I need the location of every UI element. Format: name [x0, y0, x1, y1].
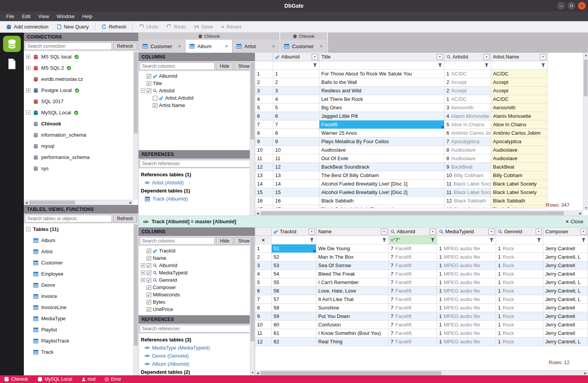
connection-item-evrdb-metrostav-cz[interactable]: evrdb.metrostav.cz	[24, 74, 133, 85]
column-checkbox[interactable]: ✓	[147, 256, 151, 261]
column-checkbox[interactable]: ✓	[147, 249, 151, 253]
cell-albumid[interactable]: 14	[273, 180, 319, 188]
connection-item-sql-2017[interactable]: SQL 2017	[24, 96, 133, 107]
cell-trackid[interactable]: 61	[272, 329, 316, 338]
cell-mediatypeid[interactable]: 1MPEG audio file	[437, 253, 496, 261]
maximize-button[interactable]	[568, 2, 575, 10]
cell-albumid[interactable]: 10	[273, 146, 319, 154]
row-number[interactable]: 13	[255, 171, 273, 180]
cell-artistid[interactable]: 5Alice In Chains	[444, 120, 491, 129]
column-dropdown-icon[interactable]: ▾	[580, 229, 586, 235]
connection-item-mysql-local[interactable]: −MySQL Local	[24, 107, 133, 118]
column-header-trackid[interactable]: TrackId▾	[272, 227, 316, 236]
cell-composer[interactable]: Jerry Cantrell, L	[543, 253, 588, 261]
row-number[interactable]: 14	[255, 180, 273, 188]
cell-mediatypeid[interactable]: 1MPEG audio file	[437, 329, 496, 338]
table-item-playlist[interactable]: Playlist	[24, 324, 133, 335]
row-number[interactable]: 5	[255, 278, 272, 287]
cell-artist-name[interactable]: Billy Cobham	[491, 171, 548, 180]
save-button[interactable]: Save	[190, 22, 217, 31]
cell-albumid[interactable]: 11	[273, 154, 319, 163]
cell-name[interactable]: I Know Somethin (Bout You)	[316, 329, 389, 338]
table-item-album[interactable]: Album	[24, 235, 133, 246]
cell-genreid[interactable]: 1Rock	[496, 244, 543, 253]
cell-genreid[interactable]: 1Rock	[496, 287, 543, 295]
column-checkbox[interactable]: ✓	[147, 81, 151, 86]
grid-horizontal-scrollbar[interactable]: ◀▶	[255, 211, 583, 216]
expand-icon[interactable]: +	[26, 55, 30, 59]
column-item-milliseconds[interactable]: ✓Milliseconds	[139, 291, 255, 298]
menu-view[interactable]: View	[34, 13, 53, 19]
cell-name[interactable]: Real Thing	[316, 338, 389, 346]
filter-input[interactable]	[444, 61, 491, 70]
clear-filters-button[interactable]: ×	[255, 236, 272, 244]
cell-mediatypeid[interactable]: 1MPEG audio file	[437, 304, 496, 312]
row-number[interactable]: 1	[255, 70, 273, 78]
column-dropdown-icon[interactable]: ▾	[483, 54, 489, 60]
filter-input[interactable]	[491, 61, 548, 70]
column-dropdown-icon[interactable]: ▾	[536, 229, 542, 235]
column-item-genreid[interactable]: +✓GenreId	[139, 276, 255, 284]
cell-artist-name[interactable]: Alice In Chains	[491, 120, 548, 129]
cell-trackid[interactable]: 57	[272, 295, 316, 304]
reference-link-genre-genreid[interactable]: Genre (GenreId)	[141, 352, 252, 360]
dbgate-logo-icon[interactable]	[3, 36, 21, 52]
reference-link-album-albumid[interactable]: Album (AlbumId)	[141, 360, 252, 368]
cell-albumid[interactable]: 3	[273, 87, 319, 95]
tables-group-row[interactable]: − Tables (11)	[24, 224, 133, 235]
row-number[interactable]: 7	[255, 120, 273, 129]
columns-search-input[interactable]	[140, 237, 215, 245]
column-header-name[interactable]: Name▾	[316, 227, 389, 236]
manager-vertical-scrollbar[interactable]: ▼	[250, 236, 255, 375]
table-item-track[interactable]: Track	[24, 346, 133, 358]
column-header-genreid[interactable]: GenreId▾	[496, 227, 543, 236]
expand-icon[interactable]: +	[141, 263, 145, 268]
undo-button[interactable]: Undo	[135, 22, 162, 31]
cell-artistid[interactable]: 12Black Sabbath	[444, 197, 491, 205]
expand-icon[interactable]: +	[26, 66, 30, 70]
cell-albumid[interactable]: 6	[273, 112, 319, 120]
row-number[interactable]: 8	[255, 129, 273, 137]
connections-vertical-scrollbar[interactable]	[133, 51, 138, 200]
column-dropdown-icon[interactable]: ▾	[488, 229, 494, 235]
column-dropdown-icon[interactable]: ▾	[309, 229, 315, 235]
cell-title[interactable]: Alcohol Fueled Brewtality Live! [Disc 1]	[319, 180, 444, 188]
cell-mediatypeid[interactable]: 1MPEG audio file	[437, 321, 496, 329]
cell-composer[interactable]: Jerry Cantrell	[543, 270, 588, 278]
row-number[interactable]: 4	[255, 95, 273, 104]
expand-icon[interactable]: +	[141, 278, 145, 282]
cell-name[interactable]: It Ain't Like That	[316, 295, 389, 304]
cell-name[interactable]: Sunshine	[316, 304, 389, 312]
tables-vertical-scrollbar[interactable]	[133, 224, 138, 375]
cell-title[interactable]: For Those About To Rock We Salute You	[319, 70, 444, 78]
row-number[interactable]: 1	[255, 244, 272, 253]
grid-vertical-scrollbar[interactable]: ▲▼	[583, 53, 588, 211]
column-checkbox[interactable]: ✓	[147, 285, 151, 290]
reference-link-track-albumid[interactable]: Track (AlbumId)	[141, 195, 252, 203]
row-number[interactable]: 15	[255, 188, 273, 197]
cell-artistid[interactable]: 6Antônio Carlos Jobim	[444, 129, 491, 137]
menu-file[interactable]: File	[2, 13, 18, 19]
row-number[interactable]: 4	[255, 270, 272, 278]
row-number[interactable]: 9	[255, 137, 273, 146]
collapse-icon[interactable]: −	[26, 110, 30, 115]
cell-albumid[interactable]: 2	[273, 78, 319, 87]
column-header-artistid[interactable]: ArtistId▾	[444, 53, 491, 61]
filter-input[interactable]	[319, 61, 444, 70]
column-checkbox[interactable]: ✓	[147, 278, 151, 283]
cell-albumid[interactable]: 7Facelift	[389, 338, 437, 346]
filter-input[interactable]	[437, 236, 496, 244]
filter-funnel-icon[interactable]	[581, 238, 586, 242]
filter-funnel-icon[interactable]	[382, 238, 386, 242]
table-item-genre[interactable]: Genre	[24, 279, 133, 291]
filter-funnel-icon[interactable]	[537, 238, 541, 242]
cell-artist-name[interactable]: Audioslave	[491, 154, 548, 163]
filter-funnel-icon[interactable]	[489, 238, 494, 242]
column-header-composer[interactable]: Composer▾	[543, 227, 588, 236]
cell-genreid[interactable]: 1Rock	[496, 338, 543, 346]
column-checkbox[interactable]: ✓	[147, 89, 151, 93]
filter-funnel-icon[interactable]	[431, 238, 435, 242]
cell-artistid[interactable]: 4Alanis Morissette	[444, 112, 491, 120]
cell-artistid[interactable]: 11Black Label Society	[444, 188, 491, 197]
filter-input[interactable]: ="7"	[389, 236, 437, 244]
